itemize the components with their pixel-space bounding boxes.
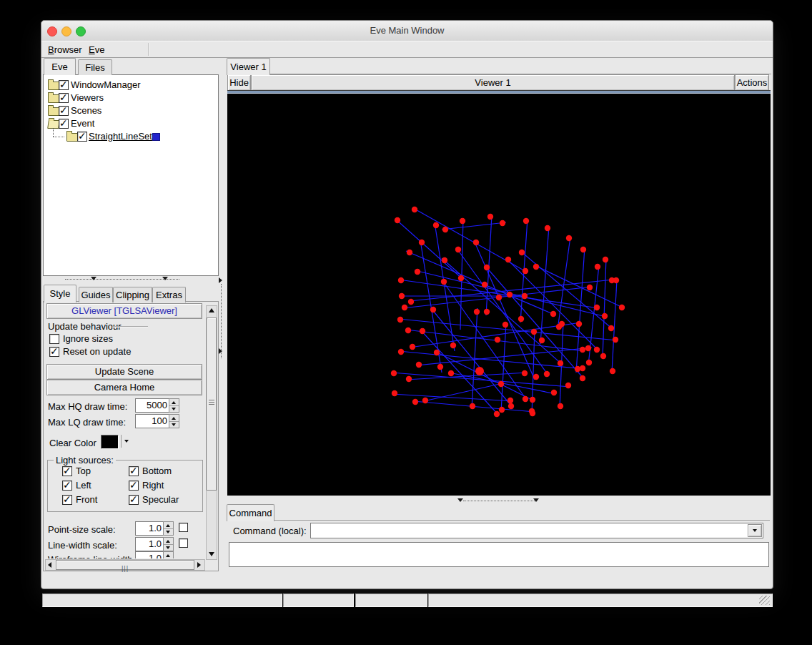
max-hq-field[interactable]: 5000	[135, 398, 169, 413]
straightlineset-scene	[227, 94, 771, 496]
glviewer-header-button[interactable]: GLViewer [TGLSAViewer]	[46, 303, 202, 319]
light-left-label: Left	[76, 480, 91, 491]
tab-eve[interactable]: Eve	[44, 58, 76, 75]
scroll-up-icon[interactable]	[209, 308, 214, 312]
light-specular-checkbox[interactable]	[129, 495, 139, 505]
command-input[interactable]	[310, 523, 763, 538]
tree-checkbox[interactable]	[59, 119, 69, 129]
point-size-checkbox[interactable]	[179, 523, 188, 532]
tab-clipping[interactable]: Clipping	[113, 287, 152, 302]
color-chip[interactable]	[152, 133, 160, 141]
wireframe-field[interactable]: 1.0	[135, 551, 164, 558]
clear-color-dropdown[interactable]	[121, 435, 132, 448]
folder-icon	[48, 107, 59, 116]
point-size-label: Point-size scale:	[48, 524, 116, 535]
tab-guides[interactable]: Guides	[79, 287, 113, 302]
ignore-sizes-label: Ignore sizes	[63, 333, 113, 344]
splitter-arrow-icon[interactable]	[457, 498, 463, 502]
tree-checkbox[interactable]	[77, 132, 87, 142]
reset-on-update-label: Reset on update	[63, 346, 131, 357]
spin-down-icon[interactable]	[164, 544, 173, 551]
actions-button[interactable]: Actions	[735, 74, 769, 91]
ignore-sizes-checkbox[interactable]	[49, 334, 59, 344]
tree-row-straightlineset[interactable]: StraightLineSet	[44, 129, 218, 142]
light-top-label: Top	[76, 466, 91, 476]
tree-row-viewers[interactable]: Viewers	[44, 91, 218, 104]
editor-horizontal-scrollbar[interactable]: |||	[45, 559, 205, 571]
status-cell	[283, 594, 354, 607]
title-bar[interactable]: Eve Main Window	[41, 21, 773, 41]
command-dropdown-button[interactable]	[748, 524, 762, 537]
tab-extras[interactable]: Extras	[152, 287, 186, 302]
light-top-checkbox[interactable]	[62, 466, 72, 476]
resize-grip[interactable]	[759, 596, 770, 605]
panel-splitter-handle[interactable]	[221, 284, 222, 358]
tree-item-label[interactable]: Scenes	[71, 105, 102, 116]
point-size-field[interactable]: 1.0	[135, 521, 164, 536]
scroll-left-icon[interactable]	[48, 562, 51, 568]
viewer-title-bar[interactable]: Viewer 1	[251, 74, 735, 91]
tree-item-label-selected[interactable]: StraightLineSet	[89, 131, 152, 142]
tree-row-event[interactable]: Event	[44, 117, 218, 129]
light-left-checkbox[interactable]	[62, 481, 72, 491]
tab-viewer-1[interactable]: Viewer 1	[227, 58, 270, 75]
clear-color-swatch[interactable]	[101, 435, 119, 449]
command-output[interactable]	[229, 542, 769, 567]
eve-tree-panel[interactable]: WindowManager Viewers Scenes Event Strai…	[43, 74, 219, 276]
splitter-arrow-icon[interactable]	[219, 348, 222, 354]
scrollbar-thumb[interactable]	[207, 317, 217, 491]
status-cell	[42, 594, 282, 607]
spin-down-icon[interactable]	[164, 528, 173, 535]
splitter-arrow-icon[interactable]	[162, 277, 168, 280]
splitter-handle[interactable]	[463, 501, 535, 501]
tree-item-label[interactable]: Viewers	[71, 92, 104, 103]
tab-style[interactable]: Style	[44, 285, 76, 302]
splitter-arrow-icon[interactable]	[533, 498, 539, 502]
tree-checkbox[interactable]	[59, 80, 69, 90]
gl-viewport[interactable]	[227, 94, 771, 496]
scroll-right-icon[interactable]	[197, 562, 201, 568]
tab-files[interactable]: Files	[78, 59, 112, 75]
editor-vertical-scrollbar[interactable]	[206, 305, 217, 560]
splitter-arrow-icon[interactable]	[219, 277, 222, 283]
line-width-field[interactable]: 1.0	[135, 537, 164, 551]
line-width-checkbox[interactable]	[179, 538, 188, 548]
tree-checkbox[interactable]	[59, 106, 69, 116]
max-hq-spinner[interactable]	[169, 398, 179, 413]
point-size-spinner[interactable]	[163, 521, 174, 536]
light-bottom-checkbox[interactable]	[129, 466, 139, 476]
light-specular-label: Specular	[142, 494, 179, 505]
max-lq-field[interactable]: 100	[135, 414, 169, 428]
update-scene-button[interactable]: Update Scene	[46, 364, 202, 380]
divider	[112, 326, 148, 328]
wireframe-spinner[interactable]	[163, 551, 174, 558]
reset-on-update-checkbox[interactable]	[49, 347, 59, 357]
scrollbar-thumb[interactable]: |||	[56, 560, 194, 570]
max-lq-spinner[interactable]	[169, 414, 179, 428]
wireframe-label: Wireframe line-width	[48, 554, 132, 558]
light-right-checkbox[interactable]	[129, 481, 139, 491]
menu-browser[interactable]: Browser	[45, 44, 85, 56]
divider	[227, 520, 770, 521]
light-bottom-label: Bottom	[142, 466, 172, 476]
menu-eve[interactable]: Eve	[86, 44, 107, 56]
menu-browser-accel: B	[48, 44, 54, 55]
hide-button[interactable]: Hide	[227, 74, 251, 91]
tree-item-label[interactable]: WindowManager	[71, 79, 141, 90]
tab-command[interactable]: Command	[227, 504, 274, 521]
spin-down-icon[interactable]	[169, 405, 179, 412]
light-front-checkbox[interactable]	[62, 495, 72, 505]
spin-down-icon[interactable]	[169, 421, 179, 428]
spin-up-icon[interactable]	[164, 552, 173, 558]
light-sources-group: Light sources: Top Bottom Left Right Fro…	[47, 460, 203, 512]
tree-item-label[interactable]: Event	[71, 118, 94, 129]
tree-row-scenes[interactable]: Scenes	[44, 104, 218, 117]
line-width-spinner[interactable]	[163, 537, 174, 551]
splitter-arrow-icon[interactable]	[91, 277, 96, 280]
clear-color-label: Clear Color	[49, 438, 96, 448]
camera-home-button[interactable]: Camera Home	[46, 380, 202, 395]
scroll-down-icon[interactable]	[209, 552, 214, 556]
light-sources-title: Light sources:	[54, 455, 116, 466]
tree-row-windowmanager[interactable]: WindowManager	[44, 78, 218, 91]
tree-checkbox[interactable]	[59, 93, 69, 103]
